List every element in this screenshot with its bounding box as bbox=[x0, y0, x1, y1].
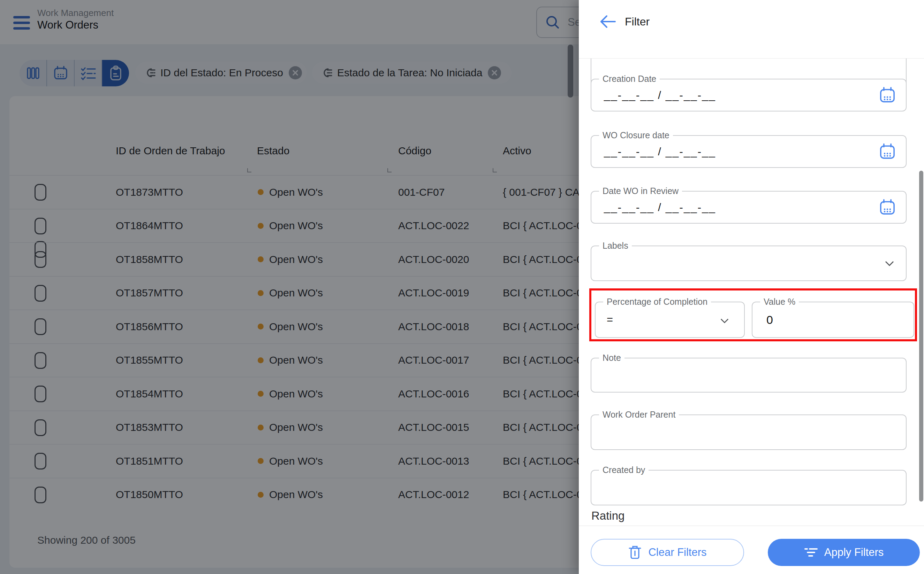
field-label: WO Closure date bbox=[599, 130, 673, 140]
filter-lines-icon bbox=[804, 546, 818, 559]
field-label: Work Order Parent bbox=[599, 410, 679, 420]
note-input[interactable]: Note bbox=[591, 358, 907, 393]
apply-filters-button[interactable]: Apply Filters bbox=[768, 539, 920, 566]
trash-icon bbox=[628, 545, 642, 560]
calendar-picker-icon[interactable] bbox=[878, 142, 897, 161]
date-placeholder: __-__-__ / __-__-__ bbox=[604, 145, 716, 158]
back-arrow-icon[interactable] bbox=[599, 14, 617, 29]
created-by-input[interactable]: Created by bbox=[591, 470, 907, 505]
filter-panel: Creation Date __-__-__ / __-__-__ WO Clo… bbox=[579, 0, 924, 574]
calendar-picker-icon[interactable] bbox=[878, 198, 897, 217]
value-percent-input[interactable]: Value % 0 bbox=[752, 302, 914, 338]
percentage-of-completion-select[interactable]: Percentage of Completion = bbox=[595, 302, 745, 338]
percentage-operator-value: = bbox=[607, 314, 613, 326]
app-window: Work Management Work Orders Search bbox=[0, 0, 924, 574]
rating-section-label: Rating bbox=[591, 509, 625, 522]
date-placeholder: __-__-__ / __-__-__ bbox=[604, 201, 716, 214]
value-percent-value: 0 bbox=[766, 313, 773, 327]
date-wo-in-review-field[interactable]: Date WO in Review __-__-__ / __-__-__ bbox=[591, 191, 907, 224]
chevron-down-icon bbox=[885, 261, 894, 266]
field-label: Value % bbox=[760, 297, 799, 307]
chevron-down-icon bbox=[720, 319, 729, 323]
clear-filters-label: Clear Filters bbox=[648, 546, 706, 559]
field-label: Created by bbox=[599, 465, 649, 475]
work-order-parent-input[interactable]: Work Order Parent bbox=[591, 415, 907, 450]
field-label: Note bbox=[599, 353, 625, 363]
creation-date-field[interactable]: Creation Date __-__-__ / __-__-__ bbox=[591, 79, 907, 112]
clear-filters-button[interactable]: Clear Filters bbox=[591, 539, 744, 566]
field-label: Labels bbox=[599, 241, 632, 251]
field-label: Percentage of Completion bbox=[603, 297, 711, 307]
labels-select[interactable]: Labels bbox=[591, 246, 907, 281]
apply-filters-label: Apply Filters bbox=[824, 546, 884, 559]
field-label: Date WO in Review bbox=[599, 186, 682, 196]
wo-closure-date-field[interactable]: WO Closure date __-__-__ / __-__-__ bbox=[591, 135, 907, 168]
panel-scrollbar[interactable] bbox=[919, 171, 923, 501]
filter-panel-header: Filter bbox=[579, 0, 924, 58]
filter-panel-title: Filter bbox=[625, 15, 650, 28]
calendar-picker-icon[interactable] bbox=[878, 86, 897, 104]
date-placeholder: __-__-__ / __-__-__ bbox=[604, 89, 716, 102]
filter-panel-footer: Clear Filters Apply Filters bbox=[579, 525, 924, 574]
field-label: Creation Date bbox=[599, 74, 660, 84]
